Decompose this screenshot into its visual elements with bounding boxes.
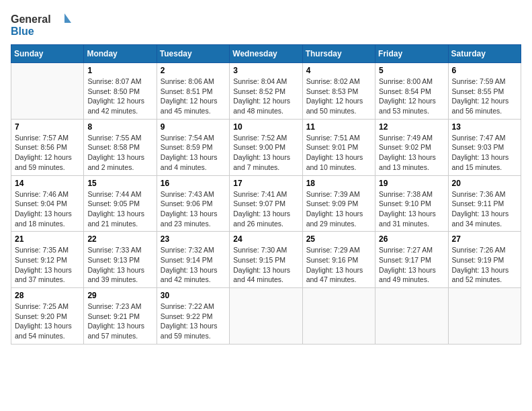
calendar-cell — [375, 288, 448, 345]
calendar-cell: 3Sunrise: 8:04 AM Sunset: 8:52 PM Daylig… — [230, 63, 302, 120]
weekday-header-friday: Friday — [375, 45, 448, 63]
week-row-5: 28Sunrise: 7:25 AM Sunset: 9:20 PM Dayli… — [11, 288, 521, 345]
day-number: 27 — [452, 234, 517, 244]
day-info: Sunrise: 7:46 AM Sunset: 9:04 PM Dayligh… — [15, 189, 80, 229]
weekday-header-row: SundayMondayTuesdayWednesdayThursdayFrid… — [11, 45, 521, 63]
calendar-cell — [11, 63, 84, 120]
day-info: Sunrise: 7:44 AM Sunset: 9:05 PM Dayligh… — [87, 189, 152, 229]
calendar-cell: 16Sunrise: 7:43 AM Sunset: 9:06 PM Dayli… — [157, 175, 229, 232]
day-number: 2 — [161, 66, 226, 75]
calendar-cell — [448, 288, 521, 345]
day-info: Sunrise: 7:32 AM Sunset: 9:14 PM Dayligh… — [161, 245, 226, 285]
calendar-cell: 23Sunrise: 7:32 AM Sunset: 9:14 PM Dayli… — [157, 232, 229, 288]
day-info: Sunrise: 8:02 AM Sunset: 8:53 PM Dayligh… — [306, 77, 371, 116]
day-number: 1 — [87, 66, 152, 75]
day-number: 5 — [379, 66, 444, 75]
calendar-cell: 4Sunrise: 8:02 AM Sunset: 8:53 PM Daylig… — [302, 63, 375, 120]
day-number: 11 — [306, 122, 371, 132]
day-info: Sunrise: 7:22 AM Sunset: 9:22 PM Dayligh… — [161, 302, 226, 341]
day-info: Sunrise: 7:38 AM Sunset: 9:10 PM Dayligh… — [379, 189, 444, 229]
day-info: Sunrise: 7:52 AM Sunset: 9:00 PM Dayligh… — [233, 133, 298, 173]
day-info: Sunrise: 7:54 AM Sunset: 8:59 PM Dayligh… — [161, 133, 226, 173]
week-row-3: 14Sunrise: 7:46 AM Sunset: 9:04 PM Dayli… — [11, 175, 521, 232]
calendar-cell: 24Sunrise: 7:30 AM Sunset: 9:15 PM Dayli… — [230, 232, 302, 288]
logo: General Blue — [11, 11, 71, 39]
day-number: 17 — [233, 179, 298, 188]
day-number: 28 — [15, 291, 80, 300]
calendar-cell: 2Sunrise: 8:06 AM Sunset: 8:51 PM Daylig… — [157, 63, 229, 120]
weekday-header-thursday: Thursday — [302, 45, 375, 63]
calendar-cell: 22Sunrise: 7:33 AM Sunset: 9:13 PM Dayli… — [84, 232, 157, 288]
calendar-cell: 29Sunrise: 7:23 AM Sunset: 9:21 PM Dayli… — [84, 288, 157, 345]
calendar-cell: 9Sunrise: 7:54 AM Sunset: 8:59 PM Daylig… — [157, 119, 229, 175]
calendar-cell: 7Sunrise: 7:57 AM Sunset: 8:56 PM Daylig… — [11, 119, 84, 175]
calendar-cell — [302, 288, 375, 345]
calendar-cell: 28Sunrise: 7:25 AM Sunset: 9:20 PM Dayli… — [11, 288, 84, 345]
day-number: 4 — [306, 66, 371, 75]
week-row-4: 21Sunrise: 7:35 AM Sunset: 9:12 PM Dayli… — [11, 232, 521, 288]
calendar-cell: 14Sunrise: 7:46 AM Sunset: 9:04 PM Dayli… — [11, 175, 84, 232]
svg-text:General: General — [11, 13, 51, 25]
calendar-cell — [230, 288, 302, 345]
calendar-cell: 25Sunrise: 7:29 AM Sunset: 9:16 PM Dayli… — [302, 232, 375, 288]
day-info: Sunrise: 7:41 AM Sunset: 9:07 PM Dayligh… — [233, 189, 298, 229]
day-info: Sunrise: 7:39 AM Sunset: 9:09 PM Dayligh… — [306, 189, 371, 229]
calendar-table: SundayMondayTuesdayWednesdayThursdayFrid… — [11, 44, 521, 345]
calendar-cell: 21Sunrise: 7:35 AM Sunset: 9:12 PM Dayli… — [11, 232, 84, 288]
svg-text:Blue: Blue — [11, 26, 34, 37]
day-number: 20 — [452, 179, 517, 188]
day-number: 8 — [87, 122, 152, 132]
calendar-cell: 1Sunrise: 8:07 AM Sunset: 8:50 PM Daylig… — [84, 63, 157, 120]
day-info: Sunrise: 7:27 AM Sunset: 9:17 PM Dayligh… — [379, 245, 444, 285]
page-header: General Blue — [11, 11, 521, 39]
weekday-header-sunday: Sunday — [11, 45, 84, 63]
day-number: 26 — [379, 234, 444, 244]
day-info: Sunrise: 7:35 AM Sunset: 9:12 PM Dayligh… — [15, 245, 80, 285]
calendar-cell: 12Sunrise: 7:49 AM Sunset: 9:02 PM Dayli… — [375, 119, 448, 175]
day-info: Sunrise: 7:51 AM Sunset: 9:01 PM Dayligh… — [306, 133, 371, 173]
day-number: 15 — [87, 179, 152, 188]
day-info: Sunrise: 8:07 AM Sunset: 8:50 PM Dayligh… — [87, 77, 152, 116]
day-number: 21 — [15, 234, 80, 244]
calendar-cell: 18Sunrise: 7:39 AM Sunset: 9:09 PM Dayli… — [302, 175, 375, 232]
calendar-cell: 13Sunrise: 7:47 AM Sunset: 9:03 PM Dayli… — [448, 119, 521, 175]
day-number: 10 — [233, 122, 298, 132]
calendar-cell: 17Sunrise: 7:41 AM Sunset: 9:07 PM Dayli… — [230, 175, 302, 232]
day-number: 29 — [87, 291, 152, 300]
calendar-cell: 30Sunrise: 7:22 AM Sunset: 9:22 PM Dayli… — [157, 288, 229, 345]
day-info: Sunrise: 7:57 AM Sunset: 8:56 PM Dayligh… — [15, 133, 80, 173]
calendar-cell: 20Sunrise: 7:36 AM Sunset: 9:11 PM Dayli… — [448, 175, 521, 232]
day-info: Sunrise: 8:04 AM Sunset: 8:52 PM Dayligh… — [233, 77, 298, 116]
day-info: Sunrise: 7:25 AM Sunset: 9:20 PM Dayligh… — [15, 302, 80, 341]
day-number: 25 — [306, 234, 371, 244]
day-info: Sunrise: 8:06 AM Sunset: 8:51 PM Dayligh… — [161, 77, 226, 116]
calendar-cell: 8Sunrise: 7:55 AM Sunset: 8:58 PM Daylig… — [84, 119, 157, 175]
day-info: Sunrise: 7:26 AM Sunset: 9:19 PM Dayligh… — [452, 245, 517, 285]
calendar-cell: 11Sunrise: 7:51 AM Sunset: 9:01 PM Dayli… — [302, 119, 375, 175]
weekday-header-tuesday: Tuesday — [157, 45, 229, 63]
calendar-cell: 6Sunrise: 7:59 AM Sunset: 8:55 PM Daylig… — [448, 63, 521, 120]
day-info: Sunrise: 7:36 AM Sunset: 9:11 PM Dayligh… — [452, 189, 517, 229]
day-info: Sunrise: 7:59 AM Sunset: 8:55 PM Dayligh… — [452, 77, 517, 116]
day-number: 7 — [15, 122, 80, 132]
weekday-header-saturday: Saturday — [448, 45, 521, 63]
day-number: 14 — [15, 179, 80, 188]
day-number: 23 — [161, 234, 226, 244]
weekday-header-monday: Monday — [84, 45, 157, 63]
day-info: Sunrise: 7:49 AM Sunset: 9:02 PM Dayligh… — [379, 133, 444, 173]
week-row-1: 1Sunrise: 8:07 AM Sunset: 8:50 PM Daylig… — [11, 63, 521, 120]
day-info: Sunrise: 7:55 AM Sunset: 8:58 PM Dayligh… — [87, 133, 152, 173]
day-info: Sunrise: 7:43 AM Sunset: 9:06 PM Dayligh… — [161, 189, 226, 229]
day-number: 9 — [161, 122, 226, 132]
logo-svg: General Blue — [11, 11, 71, 39]
day-info: Sunrise: 7:33 AM Sunset: 9:13 PM Dayligh… — [87, 245, 152, 285]
day-number: 6 — [452, 66, 517, 75]
day-number: 30 — [161, 291, 226, 300]
day-number: 24 — [233, 234, 298, 244]
day-number: 22 — [87, 234, 152, 244]
day-info: Sunrise: 8:00 AM Sunset: 8:54 PM Dayligh… — [379, 77, 444, 116]
day-number: 16 — [161, 179, 226, 188]
calendar-cell: 26Sunrise: 7:27 AM Sunset: 9:17 PM Dayli… — [375, 232, 448, 288]
day-info: Sunrise: 7:23 AM Sunset: 9:21 PM Dayligh… — [87, 302, 152, 341]
calendar-cell: 27Sunrise: 7:26 AM Sunset: 9:19 PM Dayli… — [448, 232, 521, 288]
